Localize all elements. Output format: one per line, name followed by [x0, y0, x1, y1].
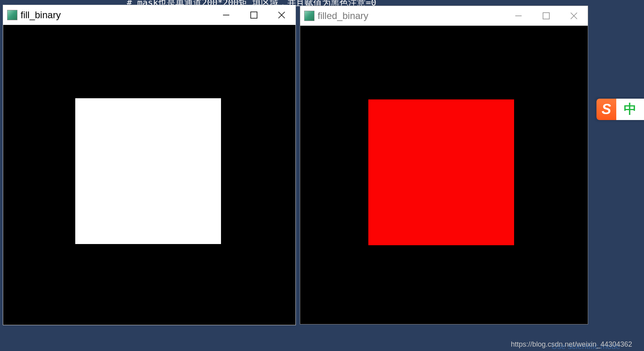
maximize-icon — [543, 12, 550, 19]
window-fill-binary[interactable]: fill_binary — [3, 5, 296, 325]
maximize-icon — [250, 11, 257, 19]
close-icon — [570, 12, 578, 20]
close-button[interactable] — [560, 6, 588, 26]
square-white — [75, 98, 221, 244]
ime-mode-label[interactable]: 中 — [616, 99, 644, 120]
minimize-button[interactable] — [212, 5, 240, 25]
close-button[interactable] — [268, 5, 295, 25]
window-content — [3, 25, 295, 325]
app-icon — [7, 10, 17, 20]
titlebar[interactable]: filled_binary — [300, 6, 588, 26]
minimize-icon — [514, 12, 522, 20]
square-red — [368, 99, 514, 245]
titlebar-left: filled_binary — [300, 10, 368, 21]
ime-indicator[interactable]: S 中 — [596, 99, 644, 120]
maximize-button[interactable] — [532, 6, 560, 26]
window-controls — [212, 5, 295, 25]
watermark-url: https://blog.csdn.net/weixin_44304362 — [511, 340, 632, 349]
window-title: fill_binary — [21, 10, 61, 21]
titlebar-left: fill_binary — [3, 10, 61, 21]
close-icon — [278, 11, 286, 19]
minimize-icon — [222, 11, 230, 19]
window-controls — [505, 6, 588, 26]
window-content — [300, 26, 588, 324]
svg-rect-1 — [251, 12, 257, 18]
app-icon — [304, 11, 314, 21]
maximize-button[interactable] — [240, 5, 268, 25]
ime-logo-icon: S — [596, 99, 616, 120]
svg-rect-5 — [543, 13, 549, 19]
titlebar[interactable]: fill_binary — [3, 5, 295, 25]
minimize-button[interactable] — [505, 6, 532, 26]
window-title: filled_binary — [318, 10, 368, 21]
window-filled-binary[interactable]: filled_binary — [300, 6, 588, 324]
